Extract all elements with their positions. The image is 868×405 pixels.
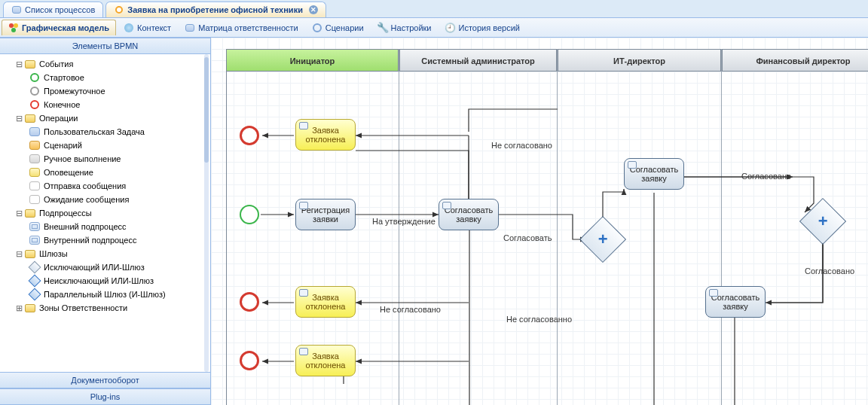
settings-icon: 🔧 (377, 23, 388, 33)
palette-item[interactable]: Внешний подпроцесс (3, 220, 210, 233)
tab-process-list[interactable]: Список процессов (3, 2, 103, 17)
palette-tree[interactable]: ⊟ События Стартовое Промежуточное Конечн… (0, 54, 210, 372)
end-event-1[interactable] (240, 126, 259, 145)
folder-icon (24, 208, 36, 218)
diagram-canvas[interactable]: Инициатор Системный администратор ИТ-дир… (211, 38, 868, 405)
task-type-icon (299, 122, 308, 129)
palette-item[interactable]: Внутренний подпроцесс (3, 233, 210, 247)
svg-point-0 (9, 23, 14, 28)
task-rejected-1[interactable]: Заявка отклонена (295, 119, 356, 151)
tree-folder-label: Операции (39, 114, 78, 123)
sq-white-icon (29, 194, 41, 205)
palette-item[interactable]: Сценарий (3, 139, 210, 152)
palette-item[interactable]: Исключающий ИЛИ-Шлюз (3, 260, 210, 274)
task-approve-fd[interactable]: Согласовать заявку (705, 286, 766, 318)
palette-item[interactable]: Ручное выполнение (3, 152, 210, 166)
panel-bpmn-elements[interactable]: Элементы BPMN (0, 38, 210, 54)
circle-red-icon (29, 99, 41, 110)
end-event-2[interactable] (240, 292, 259, 312)
tab-settings[interactable]: 🔧 Настройки (371, 20, 438, 35)
palette-item[interactable]: Оповещение (3, 166, 210, 179)
workspace: Элементы BPMN ⊟ События Стартовое Промеж… (0, 38, 868, 405)
task-type-icon (299, 289, 308, 297)
tab-responsibility-matrix[interactable]: Матрица ответственности (179, 20, 304, 35)
start-event[interactable] (240, 205, 259, 224)
edge-label: Не согласовано (380, 305, 441, 314)
edge-label: На утверждение (372, 217, 436, 226)
palette-item[interactable]: Конечное (3, 98, 210, 111)
tab-label: Заявка на приобретение офисной техники (127, 5, 303, 14)
task-approve-it[interactable]: Согласовать заявку (624, 158, 684, 190)
edge-label: Не согласованно (506, 315, 572, 324)
palette-item-label: Оповещение (44, 168, 93, 177)
palette-item-label: Исключающий ИЛИ-Шлюз (44, 263, 145, 272)
tree-folder[interactable]: ⊟ События (3, 57, 210, 71)
palette-item[interactable]: Промежуточное (3, 84, 210, 98)
lane-header[interactable]: ИТ-директор (558, 49, 721, 72)
lane-header[interactable]: Системный администратор (399, 49, 557, 72)
palette-item[interactable]: Стартовое (3, 71, 210, 84)
tree-folder[interactable]: ⊟ Операции (3, 111, 210, 125)
collapse-icon[interactable]: ⊟ (14, 114, 24, 123)
palette-item[interactable]: Ожидание сообщения (3, 193, 210, 206)
sub-tab-label: Графическая модель (22, 23, 109, 32)
lane-fin-director[interactable]: Финансовый директор (722, 49, 868, 405)
tree-folder[interactable]: ⊞ Зоны Ответственности (3, 301, 210, 315)
task-type-icon (628, 161, 637, 169)
sq-yellow-icon (29, 167, 41, 178)
collapse-icon[interactable]: ⊟ (14, 59, 24, 69)
palette-item[interactable]: Отправка сообщения (3, 179, 210, 193)
sub-tab-label: Настройки (391, 23, 432, 32)
circle-gray-icon (29, 86, 41, 96)
task-rejected-3[interactable]: Заявка отклонена (295, 345, 356, 376)
task-rejected-2[interactable]: Заявка отклонена (295, 286, 356, 318)
task-register[interactable]: Регистрация заявки (295, 199, 356, 230)
palette-item-label: Пользовательская Задача (44, 127, 145, 136)
tab-scenarios[interactable]: Сценарии (306, 20, 370, 35)
tab-process-editor[interactable]: Заявка на приобретение офисной техники ✕ (105, 2, 326, 17)
document-tabs: Список процессов Заявка на приобретение … (0, 0, 868, 18)
tab-version-history[interactable]: 🕘 История версий (439, 20, 526, 35)
sq-white-icon (29, 181, 41, 191)
tree-folder[interactable]: ⊟ Подпроцессы (3, 206, 210, 220)
lane-header[interactable]: Финансовый директор (722, 49, 868, 72)
palette-item[interactable]: Параллельный Шлюз (И-Шлюз) (3, 288, 210, 301)
tree-folder-label: События (39, 59, 73, 69)
sq-box-icon (29, 235, 41, 245)
panel-document-flow[interactable]: Документооборот (0, 372, 210, 388)
svg-point-1 (14, 23, 18, 28)
end-event-3[interactable] (240, 351, 259, 370)
task-approve-sa[interactable]: Согласовать заявку (439, 199, 499, 230)
lane-header[interactable]: Инициатор (226, 49, 399, 72)
palette-item-label: Конечное (44, 100, 80, 109)
tab-graphical-model[interactable]: Графическая модель (2, 20, 116, 35)
palette-item[interactable]: Пользовательская Задача (3, 125, 210, 139)
sub-tab-label: История версий (459, 23, 520, 32)
palette-item[interactable]: Неисключающий ИЛИ-Шлюз (3, 274, 210, 288)
task-type-icon (299, 348, 308, 355)
folder-icon (24, 303, 36, 313)
svg-point-2 (11, 28, 16, 32)
scrollbar-thumb[interactable] (204, 57, 209, 163)
palette-item-label: Сценарий (44, 141, 82, 150)
sq-blue-icon (29, 126, 41, 137)
edge-label: Не согласовано (491, 141, 552, 150)
tree-folder[interactable]: ⊟ Шлюзы (3, 247, 210, 260)
lane-it-director[interactable]: ИТ-директор (558, 49, 722, 405)
edge-label: Согласовано (741, 172, 791, 181)
task-type-icon (709, 289, 718, 297)
tab-context[interactable]: Контекст (118, 20, 177, 35)
sub-tab-label: Матрица ответственности (198, 23, 298, 32)
editor-sub-tabs: Графическая модель Контекст Матрица отве… (0, 18, 868, 38)
circle-green-icon (29, 72, 41, 83)
sq-gray-icon (29, 154, 41, 164)
processes-icon (11, 5, 22, 15)
diamond-blue-icon (29, 289, 41, 300)
expand-icon[interactable]: ⊞ (14, 303, 24, 313)
sub-tab-label: Сценарии (326, 23, 364, 32)
close-icon[interactable]: ✕ (309, 5, 318, 14)
tree-folder-label: Подпроцессы (39, 209, 92, 218)
collapse-icon[interactable]: ⊟ (14, 249, 24, 259)
collapse-icon[interactable]: ⊟ (14, 209, 24, 218)
panel-plugins[interactable]: Plug-ins (0, 388, 210, 405)
